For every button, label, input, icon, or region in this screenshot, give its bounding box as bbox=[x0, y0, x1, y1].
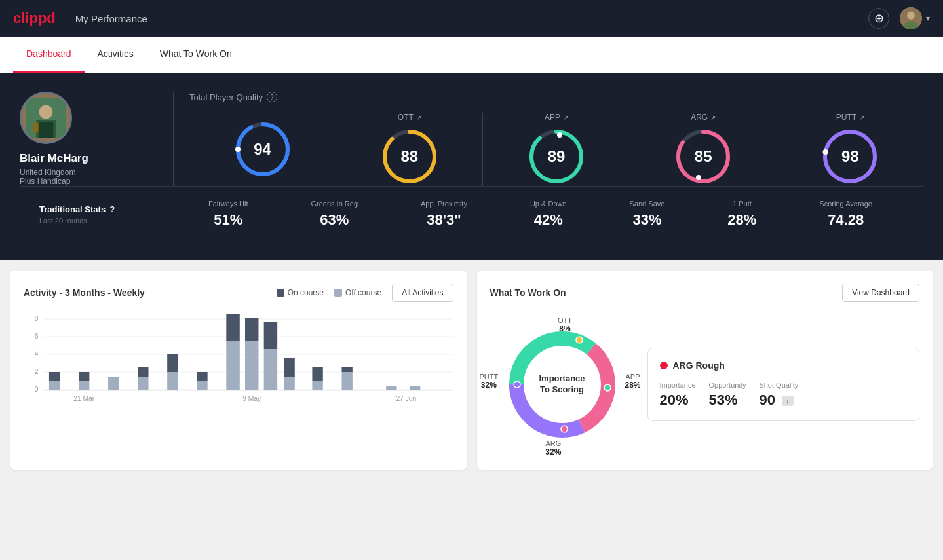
donut-center-text: ImportanceTo Scoring bbox=[539, 373, 585, 396]
svg-text:6: 6 bbox=[35, 333, 39, 340]
player-info: Blair McHarg United Kingdom Plus Handica… bbox=[20, 92, 157, 186]
svg-rect-44 bbox=[226, 314, 239, 341]
activity-panel-header: Activity - 3 Months - Weekly On course O… bbox=[24, 284, 453, 302]
user-menu[interactable]: ▾ bbox=[900, 7, 930, 29]
quality-label: Total Player Quality ? bbox=[189, 92, 923, 102]
tab-bar: Dashboard Activities What To Work On bbox=[0, 37, 943, 73]
svg-rect-53 bbox=[341, 372, 352, 390]
card-title: ARG Rough bbox=[673, 360, 725, 371]
player-photo bbox=[26, 98, 66, 138]
stats-title: Traditional Stats ? bbox=[39, 204, 177, 214]
svg-rect-56 bbox=[410, 386, 420, 390]
svg-rect-52 bbox=[312, 367, 322, 381]
gauge-circle-app: 89 bbox=[527, 127, 586, 186]
svg-rect-46 bbox=[245, 318, 258, 341]
bar-chart-svg: 8 6 4 2 0 bbox=[24, 312, 453, 457]
avatar-image bbox=[900, 7, 922, 29]
tab-activities[interactable]: Activities bbox=[85, 37, 147, 73]
legend-dot-on bbox=[277, 289, 284, 297]
chevron-down-icon: ▾ bbox=[926, 14, 930, 23]
player-handicap: Plus Handicap bbox=[20, 177, 70, 186]
stat-items: Fairways Hit 51% Greens In Reg 63% App. … bbox=[177, 200, 904, 229]
chart-legend: On course Off course bbox=[277, 288, 382, 297]
legend-on-course: On course bbox=[277, 288, 324, 297]
performance-banner: Blair McHarg United Kingdom Plus Handica… bbox=[0, 73, 943, 260]
gauge-app: APP ↗ 89 bbox=[483, 113, 630, 186]
trend-icon-putt: ↗ bbox=[859, 114, 864, 121]
donut-label-putt: PUTT 32% bbox=[480, 373, 499, 390]
card-header: ARG Rough bbox=[660, 360, 908, 371]
stats-label: Traditional Stats ? Last 20 rounds bbox=[39, 204, 177, 225]
work-on-card: ARG Rough Importance 20% Opportunity 53%… bbox=[647, 348, 920, 421]
gauge-arg: ARG ↗ 85 bbox=[630, 113, 777, 186]
svg-point-10 bbox=[235, 147, 241, 152]
svg-point-68 bbox=[514, 381, 520, 388]
svg-text:9 May: 9 May bbox=[242, 395, 261, 402]
page-title: My Performance bbox=[75, 13, 868, 24]
logo: clippd bbox=[13, 10, 56, 27]
stats-subtitle: Last 20 rounds bbox=[39, 217, 177, 225]
donut-label-app: APP 28% bbox=[625, 373, 640, 390]
gauge-label-ott: OTT ↗ bbox=[398, 113, 421, 122]
svg-rect-7 bbox=[39, 122, 54, 138]
trend-icon-arg: ↗ bbox=[710, 114, 716, 121]
header-actions: ⊕ ▾ bbox=[868, 7, 930, 29]
gauges: 94 OTT ↗ 88 bbox=[189, 113, 923, 186]
work-on-header: What To Work On View Dashboard bbox=[490, 284, 920, 302]
gauge-value-putt: 98 bbox=[841, 147, 859, 166]
shot-quality-badge: ↓ bbox=[782, 396, 794, 406]
gauge-label-putt: PUTT ↗ bbox=[836, 113, 864, 122]
svg-point-15 bbox=[557, 132, 562, 138]
donut-label-arg: ARG 32% bbox=[545, 439, 561, 457]
stats-help-icon[interactable]: ? bbox=[109, 204, 115, 214]
legend-dot-off bbox=[334, 289, 342, 297]
metric-importance: Importance 20% bbox=[660, 381, 696, 409]
help-icon[interactable]: ? bbox=[267, 92, 277, 102]
chart-area: 8 6 4 2 0 bbox=[24, 312, 453, 457]
perf-top-row: Blair McHarg United Kingdom Plus Handica… bbox=[20, 92, 923, 186]
gauge-circle-putt: 98 bbox=[820, 127, 879, 186]
tab-what-to-work-on[interactable]: What To Work On bbox=[147, 37, 245, 73]
svg-rect-39 bbox=[167, 372, 178, 390]
svg-rect-43 bbox=[226, 341, 239, 390]
svg-point-67 bbox=[561, 426, 568, 432]
svg-rect-35 bbox=[79, 372, 89, 381]
svg-rect-6 bbox=[33, 123, 39, 133]
all-activities-button[interactable]: All Activities bbox=[392, 284, 453, 302]
trend-icon-ott: ↗ bbox=[416, 114, 421, 121]
svg-rect-38 bbox=[138, 367, 148, 377]
gauge-label-app: APP ↗ bbox=[545, 113, 568, 122]
gauge-label-arg: ARG ↗ bbox=[691, 113, 716, 122]
svg-point-1 bbox=[907, 12, 915, 20]
svg-rect-51 bbox=[312, 381, 322, 390]
card-dot bbox=[660, 362, 668, 369]
player-name: Blair McHarg bbox=[20, 152, 88, 165]
gauge-circle-arg: 85 bbox=[674, 127, 733, 186]
svg-point-65 bbox=[576, 337, 583, 343]
gauge-putt: PUTT ↗ 98 bbox=[777, 113, 923, 186]
svg-text:4: 4 bbox=[35, 350, 39, 358]
tab-dashboard[interactable]: Dashboard bbox=[13, 37, 85, 73]
svg-rect-36 bbox=[108, 377, 119, 390]
bottom-panels: Activity - 3 Months - Weekly On course O… bbox=[0, 260, 943, 480]
work-on-title: What To Work On bbox=[490, 288, 566, 298]
svg-rect-50 bbox=[284, 358, 294, 377]
svg-rect-49 bbox=[284, 377, 294, 390]
svg-rect-45 bbox=[245, 341, 258, 390]
gauge-value-ott: 88 bbox=[400, 147, 418, 166]
view-dashboard-button[interactable]: View Dashboard bbox=[842, 284, 919, 302]
svg-text:0: 0 bbox=[35, 386, 39, 393]
svg-rect-41 bbox=[197, 381, 207, 390]
work-on-content: ImportanceTo Scoring OTT 8% APP 28% ARG … bbox=[490, 312, 920, 457]
svg-point-66 bbox=[604, 384, 611, 391]
legend-off-course: Off course bbox=[334, 288, 381, 297]
avatar[interactable] bbox=[900, 7, 922, 29]
player-country: United Kingdom bbox=[20, 168, 75, 177]
svg-rect-42 bbox=[197, 372, 207, 381]
gauge-value-arg: 85 bbox=[695, 147, 712, 166]
gauge-ott: OTT ↗ 88 bbox=[336, 113, 483, 186]
svg-rect-37 bbox=[138, 377, 148, 390]
add-button[interactable]: ⊕ bbox=[868, 8, 889, 29]
header: clippd My Performance ⊕ ▾ bbox=[0, 0, 943, 37]
svg-rect-54 bbox=[341, 367, 352, 372]
